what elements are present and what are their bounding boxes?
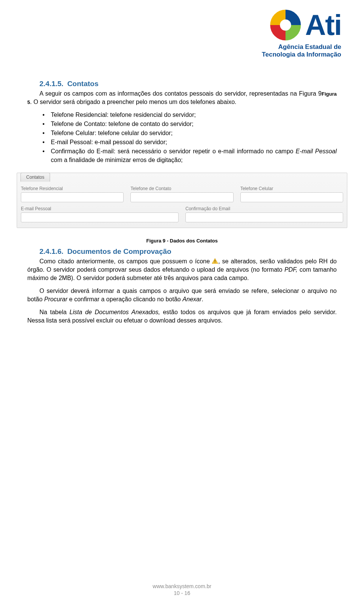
input-tel-residencial[interactable]: [21, 192, 124, 202]
s2p1a: Como citado anteriormente, os campos que…: [39, 258, 212, 264]
tab-contatos[interactable]: Contatos: [20, 173, 50, 182]
label-email-pessoal: E-mail Pessoal: [21, 206, 179, 211]
svg-rect-2: [215, 260, 216, 262]
s2p3a: Na tabela: [39, 309, 69, 315]
p1a: A seguir os campos com as informações do…: [39, 90, 322, 97]
bullet-item: Telefone de Contato: telefone de contato…: [27, 120, 337, 128]
section1-paragraph1: A seguir os campos com as informações do…: [27, 90, 337, 106]
s2p3b: Lista de Documentos Anexados,: [69, 309, 160, 315]
bullet-list: Telefone Residencial: telefone residenci…: [27, 111, 337, 164]
s2p2d: Anexar: [182, 296, 202, 302]
ati-logo-icon: [268, 8, 303, 42]
form-screenshot: Contatos Telefone Residencial Telefone d…: [17, 173, 347, 228]
svg-point-0: [280, 19, 291, 30]
bullet-item: Confirmação do E-mail: será necessário o…: [27, 147, 337, 164]
logo-subtitle: Agência Estadual de Tecnologia da Inform…: [212, 43, 341, 58]
warning-icon: [212, 258, 218, 264]
section-title: Contatos: [67, 80, 98, 88]
s2p1c: PDF,: [284, 266, 297, 273]
bullet-item: E-mail Pessoal: e-mail pessoal do servid…: [27, 138, 337, 146]
b5a: Confirmação do E-mail: será necessário o…: [51, 148, 296, 154]
label-tel-contato: Telefone de Contato: [130, 186, 233, 191]
label-tel-celular: Telefone Celular: [240, 186, 343, 191]
b5b: E-mail Pessoal: [296, 148, 337, 154]
logo-sub-line2: Tecnologia da Informação: [262, 51, 341, 58]
section-number: 2.4.1.5.: [39, 80, 63, 88]
logo-sub-line1: Agência Estadual de: [278, 43, 341, 50]
s2p2c: e confirmar a operação clicando no botão: [67, 296, 182, 302]
figure-caption: Figura 9 - Dados dos Contatos: [27, 238, 337, 244]
b5c: com a finalidade de minimizar erros de d…: [51, 157, 183, 163]
section-contatos-heading: 2.4.1.5.Contatos: [39, 80, 337, 88]
bullet-item: Telefone Residencial: telefone residenci…: [27, 111, 337, 119]
header-logo: Ati Agência Estadual de Tecnologia da In…: [212, 8, 341, 58]
bullet-item: Telefone Celular: telefone celular do se…: [27, 129, 337, 137]
section2-number: 2.4.1.6.: [39, 247, 63, 255]
p1c: . O servidor será obrigado a preencher p…: [30, 99, 236, 105]
section2-paragraph1: Como citado anteriormente, os campos que…: [27, 257, 337, 282]
page-footer: www.banksystem.com.br 10 - 16: [0, 583, 364, 596]
input-tel-celular[interactable]: [240, 192, 343, 202]
section2-title: Documentos de Comprovação: [67, 247, 171, 255]
input-email-confirm[interactable]: [185, 212, 343, 222]
footer-page-number: 10 - 16: [0, 590, 364, 596]
svg-rect-3: [215, 262, 216, 263]
s2p2e: .: [202, 296, 203, 302]
label-email-confirm: Confirmação do Email: [185, 206, 343, 211]
input-tel-contato[interactable]: [130, 192, 233, 202]
logo-title: Ati: [305, 12, 341, 38]
section2-paragraph3: Na tabela Lista de Documentos Anexados, …: [27, 308, 337, 325]
s2p2b: Procurar: [44, 296, 67, 302]
footer-url: www.banksystem.com.br: [0, 583, 364, 589]
label-tel-residencial: Telefone Residencial: [21, 186, 124, 191]
input-email-pessoal[interactable]: [21, 212, 179, 222]
section-documentos-heading: 2.4.1.6.Documentos de Comprovação: [39, 247, 337, 256]
section2-paragraph2: O servidor deverá informar a quais campo…: [27, 287, 337, 304]
